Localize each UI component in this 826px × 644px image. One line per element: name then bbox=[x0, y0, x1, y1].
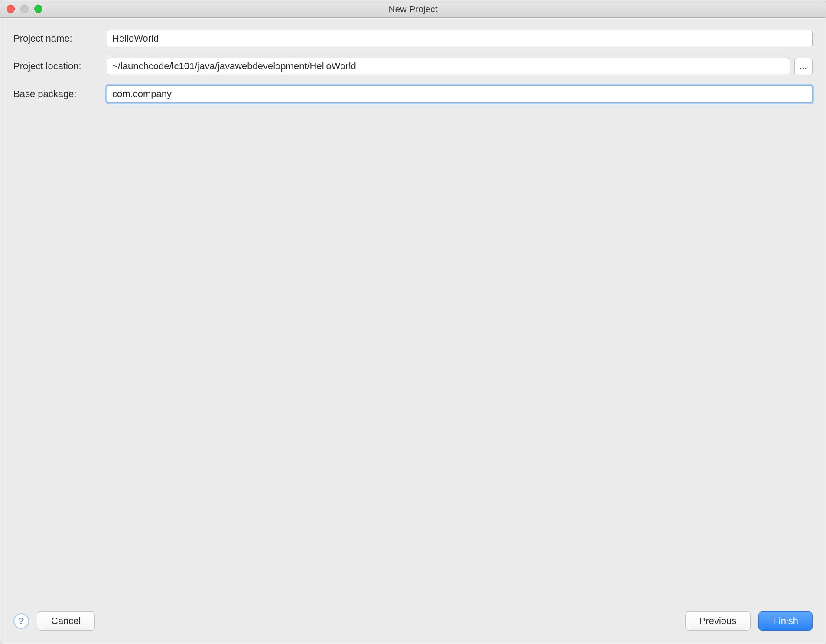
dialog-content: Project name: Project location: ... Base… bbox=[0, 18, 826, 611]
project-location-input[interactable] bbox=[107, 58, 790, 75]
titlebar[interactable]: New Project bbox=[0, 0, 826, 18]
dialog-footer: ? Cancel Previous Finish bbox=[0, 611, 826, 644]
project-name-row: Project name: bbox=[13, 30, 813, 47]
footer-right: Previous Finish bbox=[685, 611, 813, 631]
project-location-row: Project location: ... bbox=[13, 58, 813, 75]
window-controls bbox=[7, 5, 42, 13]
project-location-label: Project location: bbox=[13, 61, 107, 72]
browse-location-button[interactable]: ... bbox=[794, 58, 813, 75]
cancel-button[interactable]: Cancel bbox=[37, 611, 95, 631]
base-package-row: Base package: bbox=[13, 85, 813, 103]
window-title: New Project bbox=[0, 4, 826, 14]
spacer bbox=[13, 113, 813, 603]
base-package-label: Base package: bbox=[13, 88, 107, 100]
close-window-button[interactable] bbox=[7, 5, 15, 13]
new-project-dialog: New Project Project name: Project locati… bbox=[0, 0, 826, 644]
project-name-input[interactable] bbox=[107, 30, 813, 47]
previous-button[interactable]: Previous bbox=[685, 611, 751, 631]
finish-button[interactable]: Finish bbox=[758, 611, 813, 631]
base-package-input[interactable] bbox=[107, 85, 813, 103]
project-name-label: Project name: bbox=[13, 33, 107, 44]
minimize-window-button bbox=[20, 5, 29, 13]
help-button[interactable]: ? bbox=[13, 613, 29, 629]
maximize-window-button[interactable] bbox=[34, 5, 42, 13]
